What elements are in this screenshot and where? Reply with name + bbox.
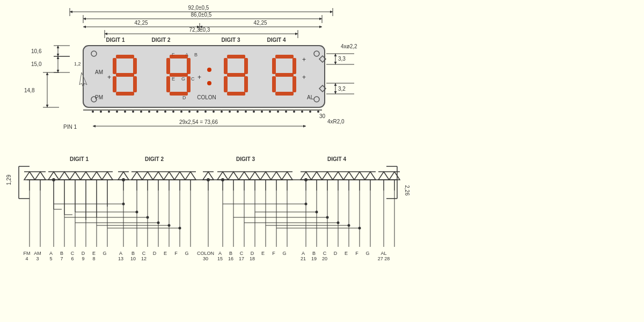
svg-marker-126 [142,172,153,180]
svg-point-86 [301,111,303,113]
svg-point-61 [100,111,102,113]
svg-rect-16 [116,55,134,58]
pm-label: PM [95,94,103,100]
svg-rect-32 [244,58,248,74]
svg-point-76 [221,111,223,113]
svg-rect-21 [133,76,137,92]
svg-marker-156 [260,172,271,180]
radius-label: 4xR2,0 [327,119,345,125]
svg-point-75 [213,111,215,113]
svg-point-88 [317,111,319,113]
svg-point-62 [108,111,110,113]
svg-point-64 [124,111,126,113]
svg-point-252 [316,211,318,214]
svg-point-84 [285,111,287,113]
svg-point-256 [358,227,361,230]
svg-rect-42 [292,76,296,92]
svg-rect-40 [275,73,294,77]
svg-marker-99 [35,172,46,180]
schematic-digit1: DIGIT 1 [70,156,89,162]
pin-a4-label: A [302,251,305,256]
pin-a1-num: 5 [49,256,52,261]
pin-c2-num: 12 [141,256,147,261]
svg-point-250 [179,227,181,230]
pin-b3-num: 16 [228,256,233,261]
svg-marker-123 [131,172,142,180]
pin-f2-label: F [174,251,178,256]
svg-marker-105 [59,172,70,180]
pin-b4-num: 19 [311,256,317,261]
digit4-label-top: DIGIT 4 [267,37,286,43]
svg-point-79 [245,111,247,113]
dim-42-left: 42,25 [134,20,148,26]
svg-marker-117 [102,172,113,180]
svg-point-254 [337,222,340,224]
pin-a2-num: 13 [118,256,123,261]
dim-1-2: 1,2 [74,61,81,67]
svg-marker-153 [250,172,260,180]
svg-marker-177 [343,172,354,180]
seg-c-label: C [191,76,195,82]
pin-b2-num: 10 [130,256,136,261]
svg-point-68 [156,111,158,113]
dim-10-6: 10,6 [31,48,42,54]
digit1-label-top: DIGIT 1 [106,37,125,43]
svg-point-85 [293,111,295,113]
seg-g-label: G [181,76,185,82]
pin-g2-label: G [185,251,188,256]
svg-point-253 [326,216,329,219]
colon-dot-top [207,68,211,72]
pin-g3-label: G [282,251,286,256]
svg-point-87 [309,111,311,113]
digit3-label-top: DIGIT 3 [221,37,240,43]
svg-rect-36 [227,92,245,96]
pin-a2-label: A [119,251,122,256]
schematic-digit2: DIGIT 2 [145,156,164,162]
svg-rect-25 [187,58,191,74]
am-label: AM [95,69,103,75]
svg-rect-28 [187,76,191,92]
svg-marker-129 [153,172,164,180]
svg-point-65 [132,111,134,113]
junction-3 [221,178,224,181]
svg-marker-138 [185,172,196,180]
svg-rect-26 [170,73,188,77]
schematic-digit4: DIGIT 4 [327,156,346,162]
svg-marker-150 [239,172,250,180]
svg-rect-34 [224,76,228,92]
colon-label: COLON [197,94,216,100]
pin30-label: 30 [319,113,326,119]
svg-point-66 [140,111,142,113]
svg-marker-132 [164,172,174,180]
svg-rect-17 [113,58,116,74]
pin-colon-label: COLON [197,251,214,256]
pin-f4-label: F [355,251,358,256]
pin-g4-label: G [365,251,369,256]
pin-d3-num: 18 [250,256,255,261]
pin-a3-label: A [218,251,222,256]
svg-point-247 [147,216,149,219]
svg-marker-162 [282,172,292,180]
svg-rect-30 [227,55,245,58]
svg-point-81 [261,111,263,113]
diode-symbols [24,172,400,191]
technical-drawing: 92,0±0,5 86,0±0,5 42,25 42,25 72,3±0,3 D… [0,0,644,322]
svg-rect-41 [272,76,276,92]
pin-spacing-label: 29x2,54 = 73,66 [179,119,218,125]
svg-point-249 [168,224,171,227]
pin-e2-label: E [164,251,167,256]
junction-1 [52,178,55,181]
pin-e1-num: 8 [92,256,95,261]
plus-sign-mid: + [197,74,201,81]
pin-c3-num: 17 [239,256,244,261]
dim-42-right: 42,25 [253,20,267,26]
pin-e1-label: E [92,251,96,256]
svg-rect-23 [170,55,188,58]
svg-marker-189 [389,172,400,180]
svg-rect-27 [166,76,170,92]
svg-point-60 [92,111,94,113]
svg-point-70 [172,111,174,113]
pin-c3-label: C [240,251,244,256]
svg-rect-22 [116,92,134,96]
svg-point-245 [122,203,125,206]
